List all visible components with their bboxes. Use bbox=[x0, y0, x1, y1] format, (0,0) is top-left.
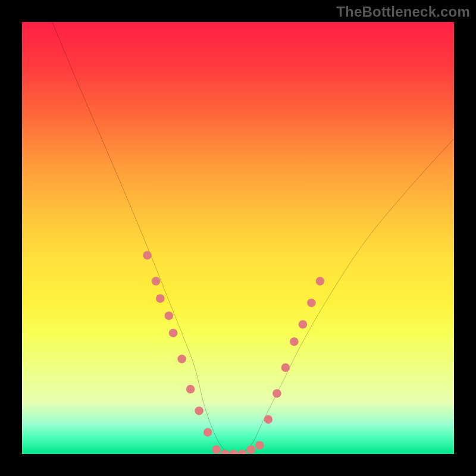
chart-frame: TheBottleneck.com bbox=[0, 0, 476, 476]
data-point bbox=[212, 445, 221, 454]
data-point bbox=[290, 337, 299, 346]
data-point bbox=[221, 450, 230, 454]
watermark-text: TheBottleneck.com bbox=[336, 4, 470, 20]
data-point bbox=[299, 320, 308, 329]
data-point bbox=[156, 294, 165, 303]
data-point bbox=[247, 445, 256, 454]
data-point bbox=[143, 251, 152, 260]
plot-area bbox=[22, 22, 454, 454]
data-point bbox=[203, 428, 212, 437]
data-point bbox=[186, 385, 195, 394]
data-point bbox=[307, 299, 316, 308]
data-point bbox=[177, 355, 186, 364]
data-point bbox=[255, 441, 264, 450]
chart-svg bbox=[22, 22, 454, 454]
data-point bbox=[165, 311, 174, 320]
data-point bbox=[169, 328, 178, 337]
data-point bbox=[264, 415, 273, 424]
data-point bbox=[273, 389, 281, 398]
data-point bbox=[316, 277, 325, 286]
data-point bbox=[238, 450, 247, 454]
data-point bbox=[281, 364, 290, 372]
data-point bbox=[229, 450, 238, 454]
data-point bbox=[152, 277, 161, 286]
data-point bbox=[195, 406, 203, 415]
bottleneck-curve bbox=[52, 22, 454, 454]
